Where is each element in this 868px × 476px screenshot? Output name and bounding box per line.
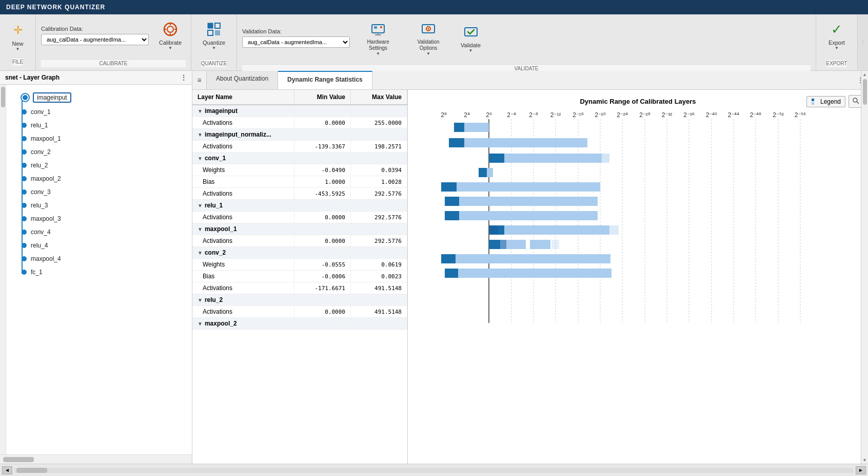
right-scrollbar[interactable]: ▲ ▼ [861, 71, 868, 464]
layer-node-conv-4[interactable]: conv_4 [22, 225, 187, 239]
quantize-button[interactable]: Quantize ▼ [199, 18, 229, 52]
calibrate-button[interactable]: Calibrate ▼ [155, 18, 186, 52]
hardware-settings-button[interactable]: Hardware Settings ▼ [356, 17, 400, 58]
layer-label-maxpool1: maxpool_1 [31, 135, 61, 142]
calibration-data-group: Calibration Data: aug_calData - augmente… [41, 26, 149, 45]
table-row-group-conv1: ▼conv_1 [192, 153, 407, 164]
sidebar-title: snet - Layer Graph [5, 74, 60, 81]
node-dot-relu2 [22, 163, 27, 168]
node-dot-imageinput [22, 94, 29, 101]
node-dot-conv3 [22, 189, 27, 195]
chart-svg-container: 2⁸ 2⁴ 2⁰ 2⁻⁴ 2⁻⁸ 2⁻¹² 2⁻¹⁶ 2⁻²⁰ 2⁻²⁴ 2⁻²… [408, 110, 868, 327]
val-data-select[interactable]: aug_calData - augmentedIma... [242, 36, 350, 48]
node-dot-fc1 [22, 270, 27, 275]
svg-rect-73 [489, 225, 498, 235]
tab-dynamic-range[interactable]: Dynamic Range Statistics [278, 71, 372, 89]
layer-label-imageinput: imageinput [33, 92, 71, 103]
quantize-icon [205, 20, 223, 39]
export-arrow: ▼ [835, 46, 839, 50]
svg-text:2⁻⁸: 2⁻⁸ [529, 111, 538, 119]
collapse-arrow[interactable]: ▼ [198, 250, 203, 256]
new-button[interactable]: ✛ New ▼ [5, 19, 31, 53]
validate-button[interactable]: Validate ▼ [457, 21, 485, 55]
legend-button[interactable]: Legend [806, 96, 845, 107]
layer-node-relu-2[interactable]: relu_2 [22, 159, 187, 172]
chart-title: Dynamic Range of Calibrated Layers [580, 98, 696, 105]
layer-node-conv-2[interactable]: conv_2 [22, 145, 187, 159]
svg-rect-71 [489, 225, 609, 235]
layer-node-conv-3[interactable]: conv_3 [22, 185, 187, 199]
chart-header: Dynamic Range of Calibrated Layers Legen… [408, 95, 868, 110]
node-dot-relu3 [22, 203, 27, 208]
bottom-scrollbar[interactable]: ◄ ► [0, 464, 868, 476]
layer-label-relu3: relu_3 [31, 202, 48, 209]
layer-node-maxpool-3[interactable]: maxpool_3 [22, 212, 187, 225]
scroll-left-btn[interactable]: ◄ [2, 466, 12, 474]
table-row: Activations -453.5925 292.5776 [192, 188, 407, 200]
collapse-arrow[interactable]: ▼ [198, 297, 203, 303]
zoom-icon [852, 97, 859, 104]
svg-rect-79 [551, 240, 559, 249]
layer-node-imageinput[interactable]: imageinput [22, 90, 187, 105]
svg-text:2⁻¹⁶: 2⁻¹⁶ [573, 111, 584, 119]
node-dot-conv4 [22, 230, 27, 235]
layer-label-conv1: conv_1 [31, 108, 51, 116]
collapse-arrow[interactable]: ▼ [198, 203, 203, 208]
collapse-arrow[interactable]: ▼ [198, 321, 203, 327]
layer-node-maxpool-4[interactable]: maxpool_4 [22, 252, 187, 265]
svg-point-17 [428, 28, 429, 30]
collapse-arrow[interactable]: ▼ [198, 156, 203, 161]
validate-label: Validate [461, 42, 481, 48]
svg-text:2⁻⁵⁶: 2⁻⁵⁶ [795, 111, 806, 119]
calibrate-label: Calibrate [159, 40, 182, 46]
table-row-group-imageinput: ▼imageinput [192, 105, 407, 117]
col-max-value: Max Value [351, 90, 407, 105]
table-row: Activations -171.6671 491.5148 [192, 282, 407, 294]
layer-label-relu1: relu_1 [31, 122, 48, 129]
data-table: Layer Name Min Value Max Value ▼imageinp… [192, 90, 407, 330]
collapse-arrow[interactable]: ▼ [198, 226, 203, 232]
node-dot-conv2 [22, 149, 27, 155]
svg-rect-76 [489, 240, 500, 249]
layer-node-maxpool-2[interactable]: maxpool_2 [22, 172, 187, 185]
val-opts-arrow: ▼ [426, 51, 430, 56]
validation-options-button[interactable]: Validation Options ▼ [406, 17, 450, 58]
cal-data-select[interactable]: aug_calData - augmentedIma... [41, 34, 149, 45]
sidebar-menu-icon[interactable]: ⋮ [181, 74, 187, 81]
layer-node-maxpool-1[interactable]: maxpool_1 [22, 132, 187, 145]
tab-about-quantization[interactable]: About Quantization [207, 71, 278, 89]
collapse-arrow[interactable]: ▼ [198, 108, 203, 114]
layer-node-fc-1[interactable]: fc_1 [22, 265, 187, 279]
svg-rect-8 [208, 30, 213, 35]
dynamic-range-chart: 2⁸ 2⁴ 2⁰ 2⁻⁴ 2⁻⁸ 2⁻¹² 2⁻¹⁶ 2⁻²⁰ 2⁻²⁴ 2⁻²… [413, 110, 834, 326]
svg-text:2⁻⁴⁸: 2⁻⁴⁸ [750, 111, 762, 119]
layer-node-relu-1[interactable]: relu_1 [22, 119, 187, 132]
export-section-label: EXPORT [826, 59, 847, 67]
scroll-right-btn[interactable]: ► [856, 466, 866, 474]
svg-rect-69 [445, 211, 598, 220]
sidebar-scrollbar[interactable] [0, 85, 6, 454]
layer-label-maxpool3: maxpool_3 [31, 215, 61, 222]
svg-text:2⁻²⁸: 2⁻²⁸ [639, 111, 650, 119]
layer-node-relu-3[interactable]: relu_3 [22, 199, 187, 212]
svg-rect-83 [445, 269, 458, 278]
toolbar-resize: ⋮ [858, 14, 868, 70]
sidebar: snet - Layer Graph ⋮ imageinput [0, 71, 192, 464]
node-dot-relu1 [22, 123, 27, 128]
collapse-arrow[interactable]: ▼ [198, 132, 203, 138]
table-row: Weights -0.0555 0.0619 [192, 259, 407, 271]
svg-rect-62 [602, 154, 609, 163]
export-button[interactable]: ✓ Export ▼ [823, 18, 850, 52]
svg-rect-80 [441, 254, 610, 263]
svg-rect-74 [609, 225, 619, 235]
table-row: Activations -139.3367 198.2571 [192, 141, 407, 153]
layer-label-maxpool2: maxpool_2 [31, 175, 61, 182]
svg-rect-11 [374, 26, 377, 29]
new-label: New [12, 41, 23, 47]
layer-label-relu4: relu_4 [31, 242, 48, 249]
layer-node-conv-1[interactable]: conv_1 [22, 105, 187, 119]
layer-label-fc1: fc_1 [31, 269, 43, 276]
layer-node-relu-4[interactable]: relu_4 [22, 239, 187, 252]
sidebar-hscroll[interactable] [0, 454, 192, 464]
sidebar-toggle-icon[interactable]: ≡ [192, 71, 207, 89]
